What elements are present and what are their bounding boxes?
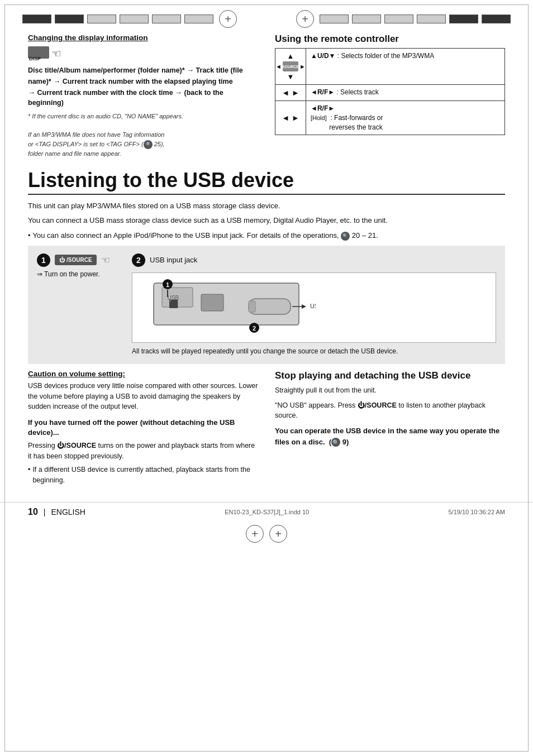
mark-box-9 — [384, 15, 413, 23]
page-number: 10 — [28, 507, 38, 517]
rc-middle: ◄ SOURCE ► — [275, 61, 306, 71]
mark-box-8 — [352, 15, 381, 23]
remote-icon-rf2: ◄ ► — [275, 101, 306, 135]
remote-title: Using the remote controller — [275, 34, 505, 45]
mark-box-11 — [449, 15, 478, 23]
step2-header: 2 USB input jack — [132, 253, 496, 267]
left-column: Changing the display information DISP ☜ … — [28, 34, 258, 158]
disp-icon-area: DISP ☜ — [28, 46, 61, 60]
crosshair-bottom-right — [269, 525, 287, 543]
footer: 10 | ENGLISH EN10-23_KD-S37[J]_1.indd 10… — [0, 502, 533, 521]
rc-source-btn: SOURCE — [283, 61, 298, 71]
mark-box-2 — [55, 15, 84, 23]
caution-title: Caution on volume setting: — [28, 370, 258, 378]
step2-circle: 2 — [132, 253, 145, 267]
mark-box-7 — [320, 15, 349, 23]
intro-bullet: • You can also connect an Apple iPod/iPh… — [28, 230, 505, 241]
bottom-left: Caution on volume setting: USB devices p… — [28, 370, 258, 486]
main-content: Changing the display information DISP ☜ … — [0, 28, 533, 496]
crosshair-left — [219, 10, 237, 28]
rc-down-arrow: ▼ — [287, 73, 294, 81]
bullet-dot: • — [28, 230, 31, 241]
search-ref-icon: 🔍 — [144, 140, 153, 149]
mark-box-10 — [417, 15, 446, 23]
step1-header: 1 ⏻ /SOURCE ☜ — [37, 253, 110, 267]
usb-section: Listening to the USB device This unit ca… — [28, 164, 505, 485]
page-num-area: 10 | ENGLISH — [28, 507, 85, 517]
language-label: ENGLISH — [51, 508, 85, 516]
stop-text-1: Straightly pull it out from the unit. — [275, 385, 505, 396]
rc-up-arrow: ▲ — [287, 52, 294, 60]
note-audio-cd: * If the current disc is an audio CD, "N… — [28, 112, 258, 158]
rc-ud-diagram: ▲ ◄ SOURCE ► ▼ — [275, 52, 306, 81]
power-icon: ⏻ — [59, 257, 65, 263]
hand-pointer-icon: ☜ — [51, 47, 61, 60]
remote-row-ud: ▲ ◄ SOURCE ► ▼ ▲U/D▼ : Selects folder of… — [275, 49, 505, 85]
rc-lr-hold-icon: ◄ ► — [282, 113, 299, 122]
remote-icon-rf1: ◄ ► — [275, 85, 306, 101]
svg-text:1: 1 — [166, 281, 169, 288]
top-section: Changing the display information DISP ☜ … — [28, 34, 505, 158]
search-ref-3-icon: 🔍 — [331, 438, 340, 447]
remote-icon-ud: ▲ ◄ SOURCE ► ▼ — [275, 49, 306, 84]
section-title-display: Changing the display information — [28, 34, 258, 42]
footer-date: 5/19/10 10:36:22 AM — [448, 509, 505, 515]
step-2: 2 USB input jack USB ⬛ 1 — [132, 253, 496, 356]
mark-box-3 — [87, 15, 116, 23]
step2-note: All tracks will be played repeatedly unt… — [132, 346, 496, 356]
stop-text-2: "NO USB" appears. Press ⏻/SOURCE to list… — [275, 400, 505, 422]
mark-box-4 — [120, 15, 149, 23]
stop-playing-title: Stop playing and detaching the USB devic… — [275, 370, 505, 382]
mark-box-6 — [184, 15, 213, 23]
bullet-dot-2: • — [28, 465, 30, 486]
hand-icon-step1: ☜ — [101, 254, 110, 266]
remote-row-rf1: ◄ ► ◄R/F► : Selects track — [275, 85, 505, 101]
mark-box-12 — [482, 15, 511, 23]
usb-section-title: Listening to the USB device — [28, 169, 505, 195]
bullet-text-2: If a different USB device is currently a… — [32, 465, 258, 486]
rc-lr-icon: ◄ ► — [282, 88, 299, 97]
intro-text-2: You can connect a USB mass storage class… — [28, 215, 505, 227]
step-1: 1 ⏻ /SOURCE ☜ ⇒ Turn on the power. — [37, 253, 121, 278]
source-label: /SOURCE — [66, 257, 92, 263]
divider: | — [44, 508, 46, 516]
body-text-power: Pressing ⏻/SOURCE turns on the power and… — [28, 441, 258, 462]
bullet-text: You can also connect an Apple iPod/iPhon… — [33, 230, 378, 241]
remote-table: ▲ ◄ SOURCE ► ▼ ▲U/D▼ : Selects folder of… — [275, 48, 505, 135]
remote-desc-rf1: ◄R/F► : Selects track — [306, 85, 505, 101]
mark-box-5 — [152, 15, 181, 23]
top-marks — [0, 0, 533, 28]
usb-diagram: USB ⬛ 1 2 — [132, 272, 496, 343]
mark-box-1 — [22, 15, 51, 23]
steps-area: 1 ⏻ /SOURCE ☜ ⇒ Turn on the power. 2 USB… — [28, 246, 505, 364]
mark-left — [22, 15, 213, 23]
crosshair-bottom-left — [246, 525, 264, 543]
intro-text-1: This unit can play MP3/WMA files stored … — [28, 200, 505, 212]
display-flow-text: Disc title/Album name/performer (folder … — [28, 65, 258, 108]
bullet-different-usb: • If a different USB device is currently… — [28, 465, 258, 486]
svg-rect-9 — [249, 301, 255, 312]
usb-svg: USB ⬛ 1 2 — [137, 277, 316, 336]
bottom-section: Caution on volume setting: USB devices p… — [28, 370, 505, 486]
source-button-big: ⏻ /SOURCE — [55, 255, 97, 265]
svg-text:⬛: ⬛ — [169, 299, 179, 309]
svg-rect-7 — [201, 294, 223, 311]
bottom-right: Stop playing and detaching the USB devic… — [275, 370, 505, 486]
search-ref-2-icon: 🔍 — [341, 232, 350, 241]
rc-left-arrow: ◄ — [275, 63, 282, 70]
mark-right — [320, 15, 511, 23]
usb-input-jack-label: USB input jack — [150, 256, 197, 264]
step1-circle: 1 — [37, 253, 50, 267]
footer-file-ref: EN10-23_KD-S37[J]_1.indd 10 — [225, 509, 309, 515]
svg-text:USB memory: USB memory — [310, 303, 316, 309]
remote-desc-rf2: ◄R/F► [Hold] : Fast-forwards or reverses… — [306, 101, 505, 135]
sub-heading-power-off: If you have turned off the power (withou… — [28, 418, 258, 438]
svg-marker-13 — [302, 304, 306, 309]
rc-right-arrow: ► — [299, 63, 306, 70]
right-column: Using the remote controller ▲ ◄ SOURCE ►… — [275, 34, 505, 158]
bold-note: You can operate the USB device in the sa… — [275, 425, 505, 447]
bullet-ref: 20 – 21. — [352, 231, 378, 240]
remote-desc-ud: ▲U/D▼ : Selects folder of the MP3/WMA — [306, 49, 505, 84]
caution-text: USB devices produce very little noise co… — [28, 381, 258, 412]
svg-text:2: 2 — [253, 324, 256, 331]
